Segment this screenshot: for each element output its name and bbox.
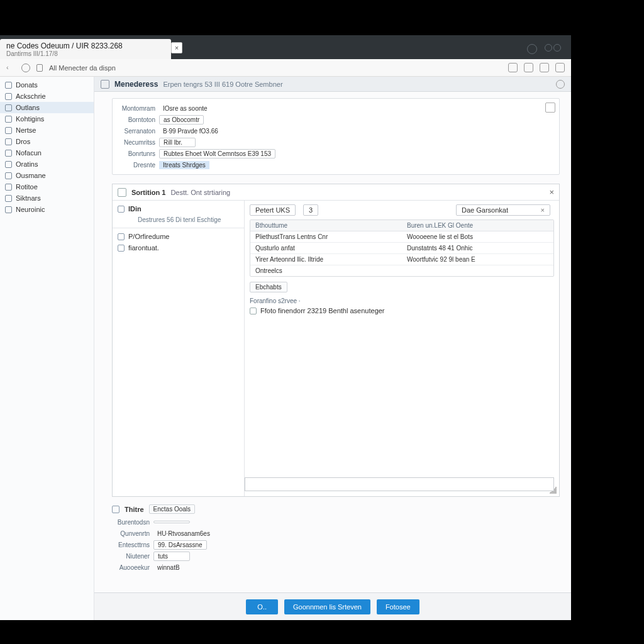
back-icon[interactable]: ‹ [6,64,15,72]
gear-icon[interactable] [556,80,565,89]
titlebar: ne Codes Odeuum / UIR 8233.268 Dantirms … [0,35,571,59]
form-row: DresnteItreats Shrdges [118,159,554,170]
form-row: Niutenertuts [112,550,560,562]
secondary-button[interactable]: Fotosee [377,599,419,614]
form-row: NecumritssRill lbr. [118,136,554,148]
tab-title: ne Codes Odeuum / UIR 8233.268 [6,42,165,50]
sidebar: DonatsAckschrieOutlansKohtiginsNertseDro… [0,77,94,620]
form-row: QunvenrtnHU·Rtvosanam6es [112,528,560,539]
checkbox-row[interactable]: Ffoto finendorr 23219 Benthl asenuteger [250,307,554,314]
sidebar-item[interactable]: Outlans [0,102,94,113]
sidebar-item[interactable]: Dros [0,136,94,147]
form-row: Entescttrns99. DsArsassne [112,539,560,550]
breadcrumb-path: Erpen tengrs 53 III 619 Ootre Sembner [163,80,282,88]
sidebar-item[interactable]: Nertse [0,125,94,136]
window-controls [527,44,571,59]
url-text[interactable]: All Menecter da dispn [49,64,502,72]
property-row[interactable]: Qusturlo anfatDunstatnts 48 41 Onhic [250,243,553,254]
property-row[interactable]: Yirer Arteonnd llic. IltrideWoortfutvic … [250,254,553,265]
control-icon-pair[interactable] [545,44,562,54]
tree-item[interactable]: P/Orfiredume [113,231,244,242]
control-icon[interactable] [527,44,537,54]
nav-icon [5,206,12,213]
field-label: Burentodsn [112,519,153,526]
primary-button[interactable]: Goonnmen lis Srteven [284,599,370,614]
sidebar-item[interactable]: Siktnars [0,192,94,204]
sidebar-item[interactable]: Donats [0,79,94,91]
sidebar-item[interactable]: Neuroinic [0,204,94,215]
tag-chip[interactable]: Ebchabts [250,282,287,292]
field-label: Qunvenrtn [112,530,153,537]
field-label: Auooeekur [112,564,153,571]
toolbar-icon[interactable] [508,63,518,72]
tree-root[interactable]: IDin [113,203,244,214]
nav-icon [5,161,12,168]
property-row[interactable]: Ontreelcs [250,265,553,276]
toolbar-icon[interactable] [540,63,549,72]
breadcrumb: Menederess Erpen tengrs 53 III 619 Ootre… [94,77,571,92]
filter-pill[interactable]: Petert UKS [250,204,296,216]
sidebar-item[interactable]: Ackschrie [0,91,94,102]
filter-pill[interactable]: Dae Garsonkat × [456,204,550,216]
nav-icon [5,195,12,202]
field-label: Niutener [112,553,153,560]
header-form: MontomramIOsre as soonteBorntotonas Oboc… [112,98,560,175]
address-bar: ‹ All Menecter da dispn [0,59,571,77]
text-input[interactable] [245,477,554,491]
folder-icon [118,206,125,213]
nav-icon [5,82,12,89]
nav-icon [5,172,12,179]
detail-subtitle: Destt. Ont strtiaring [170,189,230,196]
nav-icon [5,116,12,123]
field-value[interactable]: Rubtes Ehoet Wolt Cemntsos E39 153 [159,149,275,158]
sidebar-item[interactable]: Rotitoe [0,181,94,192]
form-row: SerranatonB·99 Pravde fO3.66 [118,125,554,136]
footer-form: Thitre Enctas Ooals BurentodsnQunvenrtnH… [112,504,560,573]
tree-item[interactable]: fiarontuat. [113,242,244,253]
filter-pill-tag[interactable]: 3 [303,204,318,216]
field-value[interactable]: tuts [153,552,190,561]
section-tag[interactable]: Enctas Ooals [149,504,195,514]
nav-icon [5,184,12,191]
field-value[interactable]: Rill lbr. [159,138,196,147]
property-row[interactable]: PliethustTrans Lentns CnrWoooeene lie st… [250,231,553,243]
close-icon[interactable]: × [549,187,554,197]
detail-title: Sortition 1 [131,189,165,196]
browser-tab[interactable]: ne Codes Odeuum / UIR 8233.268 Dantirms … [0,39,171,59]
nav-icon [5,150,12,157]
toolbar-icon[interactable] [524,63,533,72]
sidebar-item[interactable]: Kohtigins [0,113,94,125]
sidebar-item[interactable]: Ousmane [0,170,94,181]
field-label: Montomram [118,105,159,112]
form-row: Borntotonas Obocomtr [118,114,554,125]
nav-icon [5,104,12,111]
reload-icon[interactable] [21,64,30,72]
field-value: winnatB [153,564,184,572]
section-title: Thitre [125,506,144,513]
sidebar-item[interactable]: Nofacun [0,147,94,158]
field-value[interactable]: 99. DsArsassne [153,540,207,550]
field-value[interactable]: as Obocomtr [159,115,204,125]
section-icon [118,188,126,197]
field-value: B·99 Pravde fO3.66 [159,127,222,135]
toolbar-icon[interactable] [555,63,565,72]
expand-icon[interactable] [545,103,555,113]
field-label: Borntoton [118,116,159,123]
close-icon[interactable]: × [541,206,545,214]
field-label: Necumritss [118,139,159,146]
tab-close-icon[interactable]: × [171,42,182,53]
field-value[interactable] [153,521,190,523]
sub-heading: Foranfino s2rvee · [250,297,554,304]
sidebar-item[interactable]: Oratins [0,158,94,170]
ok-button[interactable]: O.. [246,599,278,614]
field-value: Itreats Shrdges [159,161,209,169]
lock-icon [36,64,43,72]
column-header: Buren un.LEK Gl Oente [402,220,553,231]
action-bar: O.. Goonnmen lis Srteven Fotosee [94,592,571,620]
checkbox-icon[interactable] [250,308,257,314]
form-row: AuooeekurwinnatB [112,562,560,573]
field-value: HU·Rtvosanam6es [153,530,214,538]
item-icon [118,233,125,240]
property-list: Bthouttume Buren un.LEK Gl Oente Pliethu… [250,219,554,277]
detail-panel: Sortition 1 Destt. Ont strtiaring × IDin… [112,184,560,497]
